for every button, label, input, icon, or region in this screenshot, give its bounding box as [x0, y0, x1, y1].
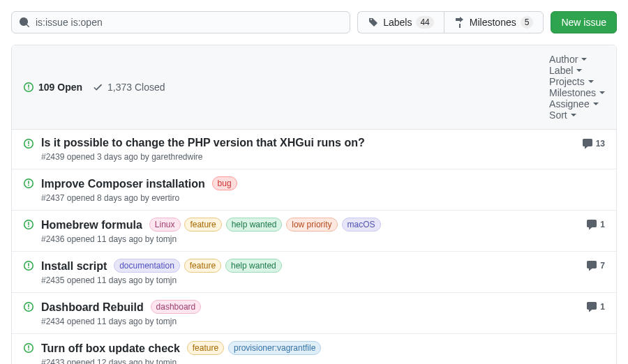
closed-count: 1,373 Closed: [107, 82, 165, 93]
issue-meta: #2433 opened 12 days ago by tomjn: [41, 358, 605, 364]
open-state[interactable]: 109 Open: [23, 82, 82, 93]
issue-label[interactable]: macOS: [342, 218, 381, 232]
issue-open-icon: [23, 301, 34, 312]
labels-text: Labels: [383, 17, 412, 28]
milestone-icon: [454, 17, 465, 28]
comment-icon: [586, 260, 597, 271]
issue-meta: #2434 opened 11 days ago by tomjn: [41, 317, 586, 326]
filter-label[interactable]: Label: [549, 65, 605, 76]
issue-meta: #2435 opened 11 days ago by tomjn: [41, 275, 586, 285]
issue-label[interactable]: help wanted: [225, 259, 282, 273]
milestones-count: 5: [521, 16, 534, 29]
closed-state[interactable]: 1,373 Closed: [92, 82, 165, 93]
comment-icon: [586, 219, 597, 230]
issue-title[interactable]: Turn off box update check: [41, 342, 180, 354]
comment-icon: [582, 138, 593, 149]
issue-label[interactable]: documentation: [114, 259, 180, 273]
issue-open-icon: [23, 178, 34, 189]
list-header: 109 Open 1,373 Closed AuthorLabelProject…: [12, 45, 616, 130]
labels-count: 44: [416, 16, 433, 29]
open-count: 109 Open: [38, 82, 82, 93]
search-box[interactable]: [11, 11, 350, 33]
issue-open-icon: [23, 219, 34, 230]
issue-row: Turn off box update check feature provis…: [12, 334, 616, 364]
issue-row: Homebrew formula Linux feature help want…: [12, 211, 616, 252]
issue-open-icon: [23, 138, 34, 149]
filter-assignee[interactable]: Assignee: [549, 98, 605, 109]
issue-label[interactable]: help wanted: [226, 218, 283, 232]
new-issue-button[interactable]: New issue: [551, 11, 617, 33]
issue-row: Is it possible to change the PHP version…: [12, 130, 616, 169]
issue-meta: #2437 opened 8 days ago by evertiro: [41, 193, 605, 203]
issue-open-icon: [23, 82, 34, 93]
search-icon: [19, 17, 30, 28]
issue-label[interactable]: feature: [184, 259, 221, 273]
issue-open-icon: [23, 342, 34, 354]
search-input[interactable]: [36, 17, 343, 28]
issue-row: Improve Composer installation bug #2437 …: [12, 169, 616, 211]
filter-sort[interactable]: Sort: [549, 109, 605, 121]
issue-open-icon: [23, 260, 34, 271]
issue-comments[interactable]: 13: [582, 138, 605, 149]
issue-label[interactable]: feature: [187, 341, 224, 355]
comment-icon: [586, 301, 597, 312]
issue-label[interactable]: dashboard: [151, 300, 202, 314]
issue-label[interactable]: provisioner:vagrantfile: [228, 341, 321, 355]
issue-title[interactable]: Dashboard Rebuild: [41, 301, 144, 313]
issue-title[interactable]: Install script: [41, 260, 107, 272]
issue-comments[interactable]: 1: [586, 219, 605, 230]
check-icon: [92, 82, 103, 93]
filter-milestones[interactable]: Milestones: [549, 87, 605, 98]
issue-row: Dashboard Rebuild dashboard #2434 opened…: [12, 293, 616, 334]
issue-comments[interactable]: 7: [586, 260, 605, 271]
milestones-text: Milestones: [470, 17, 516, 28]
issue-label[interactable]: feature: [184, 218, 221, 232]
issue-meta: #2436 opened 11 days ago by tomjn: [41, 234, 586, 244]
tag-icon: [368, 17, 379, 28]
issue-title[interactable]: Is it possible to change the PHP version…: [41, 137, 365, 149]
issue-label[interactable]: Linux: [149, 218, 181, 232]
issue-label[interactable]: low priority: [286, 218, 337, 232]
milestones-button[interactable]: Milestones 5: [444, 11, 544, 33]
labels-button[interactable]: Labels 44: [357, 11, 444, 33]
issue-label[interactable]: bug: [212, 176, 237, 190]
issue-title[interactable]: Homebrew formula: [41, 219, 142, 231]
issue-row: Install script documentation feature hel…: [12, 252, 616, 293]
filter-projects[interactable]: Projects: [549, 76, 605, 87]
issue-meta: #2439 opened 3 days ago by garethredwire: [41, 152, 582, 162]
issue-comments[interactable]: 1: [586, 301, 605, 312]
issue-title[interactable]: Improve Composer installation: [41, 178, 205, 190]
filter-author[interactable]: Author: [549, 54, 605, 65]
